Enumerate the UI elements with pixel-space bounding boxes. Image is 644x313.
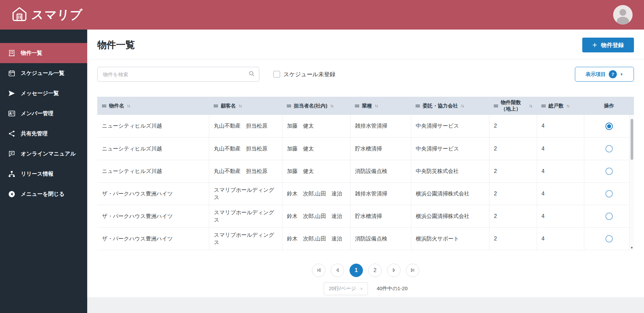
row-select-radio[interactable] [605,145,613,152]
cell-total-units: 4 [537,227,584,250]
sort-icon[interactable]: ↑↓ [461,103,464,108]
column-header-5[interactable]: 委託・協力会社↑↓ [411,97,489,115]
send-icon [8,90,15,97]
page-size-row: 20行/ページ ∨ 40件中の1-20 [87,282,644,298]
sidebar-item-label: リリース情報 [21,171,53,178]
sidebar-item-label: 共有先管理 [21,130,48,137]
row-select-radio[interactable] [605,123,613,130]
cell-contractor: 横浜公園清掃株式会社 [411,182,489,205]
last-page-button[interactable] [406,264,419,277]
row-select-radio[interactable] [605,168,613,175]
sidebar-item-4[interactable]: メンバー管理 [0,103,87,124]
scrollbar-thumb[interactable] [631,119,633,160]
sidebar-item-6[interactable]: オンラインマニュアル [0,144,87,164]
cell-contractor: 横浜防火サポート [411,227,489,250]
cell-customer-name: スマリブホールディングス [209,205,282,227]
schedule-unregistered-filter[interactable]: スケジュール未登録 [273,71,335,78]
chevron-down-icon: ∨ [360,286,363,291]
page-button-1[interactable]: 1 [350,264,363,277]
register-property-label: 物件登録 [601,41,624,49]
pagination: 12 [87,264,644,277]
column-header-7[interactable]: 総戸数↑↓ [537,97,584,115]
row-select-radio[interactable] [605,213,613,220]
column-label: 委託・協力会社 [423,103,458,109]
column-header-6[interactable]: 物件階数（地上）↑↓ [489,97,537,115]
table-scrollbar[interactable]: ▾ [629,115,634,250]
table-row-6: ザ・パークハウス豊洲ハイツスマリブホールディングス鈴木 次郎,山田 達治消防設備… [97,227,634,250]
column-header-4[interactable]: 業種↑↓ [350,97,411,115]
sidebar-item-1[interactable]: 物件一覧 [0,43,87,63]
register-property-button[interactable]: + 物件登録 [582,38,634,52]
cell-customer-name: スマリブホールディングス [209,227,282,250]
sort-icon[interactable]: ↑↓ [529,103,532,108]
user-avatar[interactable] [613,5,633,25]
page-header: 物件一覧 + 物件登録 [87,30,644,59]
cell-operation [584,160,634,182]
sort-icon[interactable]: ↑↓ [566,103,569,108]
row-select-radio[interactable] [605,190,613,197]
sidebar-nav: 物件一覧スケジュール一覧メッセージ一覧メンバー管理共有先管理オンラインマニュアル… [0,43,87,204]
column-label: 物件名 [109,103,124,109]
column-header-8: 操作 [584,97,634,115]
cell-manager-name: 加藤 健太 [282,137,350,160]
cell-contractor: 中央防災株式会社 [411,160,489,182]
display-items-button[interactable]: 表示項目 7 ▼ [575,67,634,82]
content-panel: 物件一覧 + 物件登録 スケジュール未登録 表示項目 7 [87,30,644,297]
cell-manager-name: 鈴木 次郎,山田 達治 [282,205,350,227]
table-row-5: ザ・パークハウス豊洲ハイツスマリブホールディングス鈴木 次郎,山田 達治貯水槽清… [97,205,634,227]
cell-floors: 2 [489,115,537,137]
cell-floors: 2 [489,137,537,160]
sidebar-item-5[interactable]: 共有先管理 [0,124,87,144]
column-menu-icon[interactable] [214,105,218,107]
sort-icon[interactable]: ↑↓ [330,103,333,108]
sidebar-item-3[interactable]: メッセージ一覧 [0,83,87,103]
sidebar-item-2[interactable]: スケジュール一覧 [0,63,87,83]
column-menu-icon[interactable] [287,105,291,107]
sidebar-item-label: メニューを閉じる [21,191,64,198]
page-button-2[interactable]: 2 [368,264,382,277]
column-menu-icon[interactable] [355,105,359,107]
column-menu-icon[interactable] [541,105,546,107]
first-page-button[interactable] [312,264,325,277]
cell-customer-name: 丸山不動産 担当松原 [209,115,282,137]
page-number-buttons: 12 [350,264,382,277]
rows-per-page-value: 20行/ページ [329,285,356,292]
checkbox-icon[interactable] [273,71,280,78]
rows-per-page-select[interactable]: 20行/ページ ∨ [324,282,368,295]
column-header-2[interactable]: 顧客名↑↓ [209,97,282,115]
display-items-label: 表示項目 [586,71,606,78]
prev-page-button[interactable] [331,264,344,277]
column-header-3[interactable]: 担当者名(社内)↑↓ [282,97,350,115]
cell-total-units: 4 [537,182,584,205]
next-page-button[interactable] [387,264,400,277]
search-input[interactable] [97,67,259,82]
sort-icon[interactable]: ↑↓ [375,103,378,108]
row-select-radio[interactable] [605,235,613,242]
cell-floors: 2 [489,205,537,227]
cell-operation [584,137,634,160]
cell-manager-name: 鈴木 次郎,山田 達治 [282,182,350,205]
column-menu-icon[interactable] [102,105,106,107]
column-menu-icon[interactable] [416,105,420,107]
column-label: 物件階数（地上） [501,99,526,112]
sidebar-item-8[interactable]: メニューを閉じる [0,184,87,204]
cell-property-name: ザ・パークハウス豊洲ハイツ [97,205,209,227]
cell-floors: 2 [489,160,537,182]
cell-operation [584,182,634,205]
property-table: 物件名↑↓顧客名↑↓担当者名(社内)↑↓業種↑↓委託・協力会社↑↓物件階数（地上… [97,97,634,250]
cell-contractor: 横浜公園清掃株式会社 [411,205,489,227]
cell-industry: 雑排水管清掃 [350,115,411,137]
column-header-1[interactable]: 物件名↑↓ [97,97,209,115]
scrollbar-down-arrow[interactable]: ▾ [630,245,634,250]
main-area: 物件一覧 + 物件登録 スケジュール未登録 表示項目 7 [87,30,644,313]
sort-icon[interactable]: ↑↓ [238,103,241,108]
member-card-icon [8,110,15,117]
column-menu-icon[interactable] [494,105,498,107]
search-box [97,67,259,82]
app-logo-icon [11,6,28,24]
sidebar-item-7[interactable]: リリース情報 [0,164,87,184]
column-label: 操作 [604,103,614,109]
sort-icon[interactable]: ↑↓ [127,103,130,108]
sidebar: 物件一覧スケジュール一覧メッセージ一覧メンバー管理共有先管理オンラインマニュアル… [0,30,87,313]
cell-property-name: ザ・パークハウス豊洲ハイツ [97,182,209,205]
